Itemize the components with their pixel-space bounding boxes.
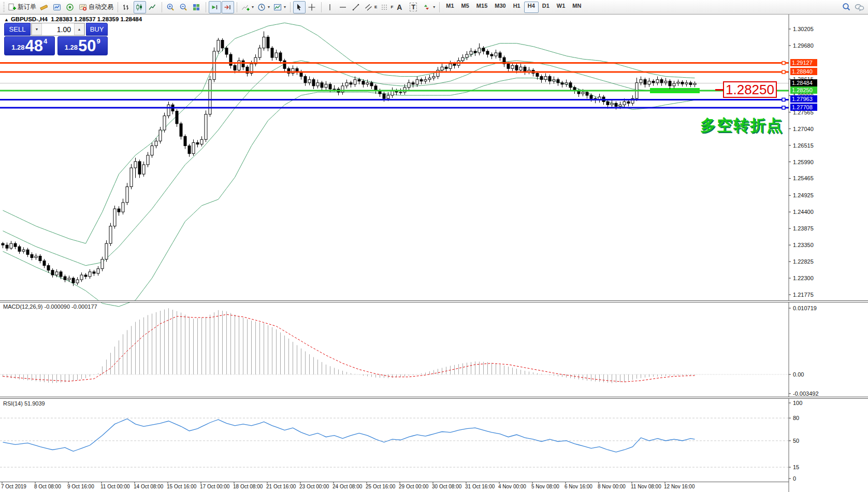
volume-input[interactable]: 1.00 [42,23,74,35]
volume-increase-button[interactable]: ▲ [74,23,84,35]
metaeditor-icon [40,3,48,11]
bar-chart-icon [122,3,131,11]
sell-button[interactable]: SELL [4,23,31,36]
sell-price-display[interactable]: 1.28484 [4,36,55,55]
line-chart-button[interactable] [147,1,159,13]
timeframe-m15[interactable]: M15 [473,2,491,13]
collapse-trade-panel-icon[interactable]: ▲ [4,17,9,22]
buy-button[interactable]: BUY [86,23,108,36]
arrows-dropdown-caret[interactable]: ▾ [433,5,435,9]
arrows-icon [423,3,431,11]
templates-button[interactable]: ▾ [272,1,287,13]
bar-chart-button[interactable] [121,1,133,13]
equidistant-channel-button[interactable]: E [363,1,379,13]
buy-price-big: 50 [78,39,96,53]
indicators-button[interactable]: ▾ [240,1,255,13]
clock-icon [257,3,266,11]
horizontal-line-icon [339,3,347,11]
text-label-button[interactable]: T [408,1,421,13]
timeframe-m30[interactable]: M30 [491,2,509,13]
crosshair-button[interactable] [306,1,319,13]
line-chart-icon [148,3,156,11]
data-window-icon [66,3,74,11]
cursor-icon [295,3,303,11]
mt4-window: 新订单 自动交易 [0,0,868,492]
timeframe-group: M1M5M15M30H1H4D1W1MN [442,2,585,13]
rsi-label: RSI(14) 51.9039 [3,400,45,407]
new-order-label: 新订单 [18,3,36,11]
horizontal-line-button[interactable] [337,1,350,13]
auto-scroll-button[interactable] [209,1,221,13]
chart-shift-button[interactable] [222,1,234,13]
buy-price-pip: 9 [97,37,100,45]
vertical-line-button[interactable] [324,1,337,13]
sell-price-prefix: 1.28 [11,44,24,51]
timeframe-h1[interactable]: H1 [510,2,524,13]
buy-price-prefix: 1.28 [65,44,78,51]
timeframe-m1[interactable]: M1 [442,2,457,13]
data-window-button[interactable] [64,1,77,13]
autotrading-button[interactable]: 自动交易 [77,1,115,13]
chart-title: ▲GBPUSD-,H4 1.28383 1.28537 1.28359 1.28… [4,16,142,22]
trendline-icon [352,3,360,11]
crosshair-icon [308,3,316,11]
tile-windows-icon [192,3,200,11]
timeframe-w1[interactable]: W1 [553,2,569,13]
chat-icon [855,3,864,11]
price-tag-connector [715,89,723,91]
text-tool-button[interactable]: A [395,1,408,13]
chart-canvas[interactable] [0,0,868,492]
terminal-button[interactable] [51,1,64,13]
chart-symbol-period: GBPUSD-,H4 [11,16,48,22]
chart-ohlc-values: 1.28383 1.28537 1.28359 1.28484 [51,16,142,22]
periods-button[interactable]: ▾ [256,1,271,13]
metaeditor-button[interactable] [38,1,51,13]
templates-dropdown-caret[interactable]: ▾ [284,5,286,9]
new-order-button[interactable]: 新订单 [6,1,38,13]
channel-tag: E [374,5,377,9]
cursor-button[interactable] [293,1,306,13]
macd-label: MACD(12,26,9) -0.000090 -0.000177 [3,303,97,310]
note-text[interactable]: 多空转折点 [700,115,783,136]
fibo-tag: F [390,5,393,9]
search-icon [842,3,851,11]
candlestick-chart-button[interactable] [134,1,146,13]
volume-stepper: ▼ 1.00 ▲ [31,23,85,36]
zoom-out-button[interactable] [178,1,190,13]
timeframe-mn[interactable]: MN [569,2,585,13]
periods-dropdown-caret[interactable]: ▾ [268,5,270,9]
text-tool-icon: A [397,3,402,11]
sell-price-big: 48 [25,39,43,53]
tile-windows-button[interactable] [191,1,203,13]
indicators-dropdown-caret[interactable]: ▾ [252,5,254,9]
equidistant-channel-icon [365,3,373,11]
templates-icon [273,3,282,11]
price-tag-1-28250[interactable]: 1.28250 [723,81,777,98]
search-button[interactable] [841,1,853,13]
zoom-in-icon [166,3,175,11]
arrows-button[interactable]: ▾ [421,1,437,13]
timeframe-m5[interactable]: M5 [458,2,473,13]
indicators-icon [241,3,250,11]
pane-separator-macd[interactable] [0,300,868,302]
toolbar-drag-handle[interactable] [3,2,5,12]
chart-shift-icon [223,3,232,11]
timeframe-h4[interactable]: H4 [524,2,539,13]
zoom-in-button[interactable] [165,1,177,13]
pane-separator-rsi[interactable] [0,397,868,399]
time-axis-border [0,482,789,482]
fibonacci-icon [381,3,389,11]
buy-price-display[interactable]: 1.28509 [57,36,108,55]
candlestick-chart-icon [135,3,143,11]
chat-button[interactable] [853,1,866,13]
autotrading-icon [79,3,87,11]
new-order-icon [8,3,16,11]
fibonacci-button[interactable]: F [379,1,395,13]
text-label-icon: T [410,3,417,11]
sell-price-pip: 4 [44,37,47,45]
toolbar: 新订单 自动交易 [0,0,868,15]
timeframe-d1[interactable]: D1 [539,2,553,13]
auto-scroll-icon [210,3,219,11]
volume-decrease-button[interactable]: ▼ [32,23,42,35]
trendline-button[interactable] [350,1,363,13]
